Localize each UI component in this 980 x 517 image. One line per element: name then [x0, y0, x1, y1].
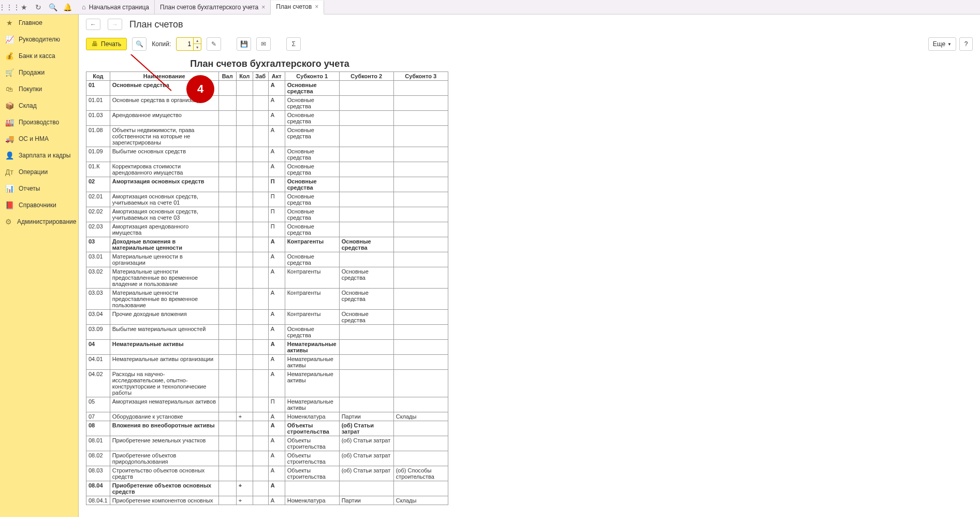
table-row[interactable]: 03.02Материальные ценности предоставленн…	[86, 267, 448, 289]
table-header: Код	[86, 72, 110, 81]
table-cell: Партии	[339, 496, 393, 505]
more-button[interactable]: Еще ▼	[928, 37, 956, 51]
tab[interactable]: План счетов×	[271, 1, 324, 15]
table-cell: 03.09	[86, 325, 110, 340]
table-row[interactable]: 05Амортизация нематериальных активовПНем…	[86, 397, 448, 412]
sidebar-item[interactable]: 🛍Покупки	[0, 81, 78, 97]
copies-input[interactable]	[177, 40, 193, 48]
sidebar-item[interactable]: 💰Банк и касса	[0, 48, 78, 64]
table-cell: А	[268, 436, 285, 451]
edit-button[interactable]: ✎	[207, 37, 221, 51]
table-cell	[393, 111, 448, 126]
topbar-icons: ⋮⋮⋮ ★ ↻ 🔍 🔔	[0, 0, 77, 14]
table-cell: (об) Статьи затрат	[339, 436, 393, 451]
table-cell	[339, 111, 393, 126]
table-cell	[236, 466, 253, 481]
table-row[interactable]: 08.04Приобретение объектов основных сред…	[86, 481, 448, 496]
history-icon[interactable]: ↻	[31, 0, 46, 15]
sidebar-item[interactable]: 👤Зарплата и кадры	[0, 147, 78, 164]
table-row[interactable]: 04.01Нематериальные активы организацииАН…	[86, 355, 448, 370]
table-row[interactable]: 01Основные средстваАОсновные средства	[86, 81, 448, 96]
table-row[interactable]: 02Амортизация основных средствПОсновные …	[86, 177, 448, 192]
table-row[interactable]: 03.03Материальные ценности предоставленн…	[86, 289, 448, 310]
copies-down[interactable]: ▼	[194, 44, 201, 50]
table-row[interactable]: 04.02Расходы на научно-исследовательские…	[86, 370, 448, 397]
header-row: ← → План счетов	[79, 15, 980, 34]
table-cell: Амортизация нематериальных активов	[110, 397, 218, 412]
table-cell	[339, 222, 393, 237]
table-cell: А	[268, 451, 285, 466]
copies-up[interactable]: ▲	[194, 38, 201, 44]
table-cell: 04.01	[86, 355, 110, 370]
search-icon[interactable]: 🔍	[46, 0, 60, 15]
table-row[interactable]: 03Доходные вложения в материальные ценно…	[86, 237, 448, 252]
table-cell: Основные средства в организации	[110, 96, 218, 111]
table-cell	[339, 162, 393, 177]
table-cell: Корректировка стоимости арендованного им…	[110, 162, 218, 177]
tab-label: План счетов	[276, 3, 312, 10]
sidebar-item[interactable]: 📦Склад	[0, 97, 78, 114]
table-cell: +	[236, 481, 253, 496]
sidebar-label: Склад	[19, 102, 37, 109]
preview-button[interactable]: 🔍	[132, 37, 147, 51]
email-button[interactable]: ✉	[256, 37, 271, 51]
table-row[interactable]: 01.08Объекты недвижимости, права собстве…	[86, 126, 448, 147]
sidebar-item[interactable]: 🛒Продажи	[0, 64, 78, 81]
content[interactable]: План счетов бухгалтерского учета КодНаим…	[79, 54, 980, 517]
sidebar-item[interactable]: 🚚ОС и НМА	[0, 131, 78, 147]
star-icon[interactable]: ★	[17, 0, 31, 15]
table-cell	[393, 96, 448, 111]
table-cell	[393, 252, 448, 267]
table-row[interactable]: 03.04Прочие доходные вложенияАКонтрагент…	[86, 310, 448, 325]
table-cell	[393, 147, 448, 162]
table-cell	[393, 370, 448, 397]
table-row[interactable]: 08.04.1Приобретение компонентов основных…	[86, 496, 448, 505]
copies-input-wrap: ▲ ▼	[176, 37, 201, 51]
table-row[interactable]: 07Оборудование к установке+АНоменклатура…	[86, 412, 448, 421]
bell-icon[interactable]: 🔔	[60, 0, 75, 15]
sidebar-label: Производство	[19, 119, 59, 126]
sidebar-item[interactable]: ⚙Администрирование	[0, 213, 78, 230]
table-row[interactable]: 04Нематериальные активыАНематериальные а…	[86, 340, 448, 355]
table-row[interactable]: 01.03Арендованное имуществоАОсновные сре…	[86, 111, 448, 126]
print-button[interactable]: 🖶 Печать	[86, 38, 127, 50]
table-row[interactable]: 01.09Выбытие основных средствАОсновные с…	[86, 147, 448, 162]
table-cell: Основные средства	[285, 111, 339, 126]
sidebar-item[interactable]: ДтОперации	[0, 164, 78, 180]
table-cell	[218, 252, 236, 267]
sidebar-item[interactable]: ★Главное	[0, 15, 78, 31]
sidebar-icon: 💰	[5, 52, 13, 60]
table-cell	[253, 325, 268, 340]
table-row[interactable]: 01.ККорректировка стоимости арендованног…	[86, 162, 448, 177]
table-row[interactable]: 01.01Основные средства в организацииАОсн…	[86, 96, 448, 111]
tabs: ⌂Начальная страницаПлан счетов бухгалтер…	[77, 0, 324, 14]
sum-button[interactable]: Σ	[286, 37, 301, 51]
table-row[interactable]: 03.09Выбытие материальных ценностейАОсно…	[86, 325, 448, 340]
sidebar-item[interactable]: 🏭Производство	[0, 114, 78, 131]
help-button[interactable]: ?	[959, 37, 973, 51]
sidebar-item[interactable]: 📊Отчеты	[0, 180, 78, 197]
table-row[interactable]: 02.01Амортизация основных средств, учиты…	[86, 192, 448, 207]
table-row[interactable]: 03.01Материальные ценности в организации…	[86, 252, 448, 267]
table-cell: 08	[86, 421, 110, 436]
table-row[interactable]: 08.01Приобретение земельных участковАОбъ…	[86, 436, 448, 451]
table-cell: Приобретение компонентов основных	[110, 496, 218, 505]
table-cell: Оборудование к установке	[110, 412, 218, 421]
table-row[interactable]: 08.02Приобретение объектов природопользо…	[86, 451, 448, 466]
sidebar-item[interactable]: 📕Справочники	[0, 197, 78, 213]
back-button[interactable]: ←	[86, 19, 100, 30]
table-row[interactable]: 02.02Амортизация основных средств, учиты…	[86, 207, 448, 222]
table-row[interactable]: 02.03Амортизация арендованного имущества…	[86, 222, 448, 237]
tab[interactable]: План счетов бухгалтерского учета×	[155, 0, 271, 14]
table-row[interactable]: 08.03Строительство объектов основных сре…	[86, 466, 448, 481]
save-button[interactable]: 💾	[237, 37, 251, 51]
sidebar-icon: 📕	[5, 201, 13, 209]
table-cell: 02.01	[86, 192, 110, 207]
apps-icon[interactable]: ⋮⋮⋮	[2, 0, 17, 15]
tab[interactable]: ⌂Начальная страница	[77, 0, 155, 14]
close-icon[interactable]: ×	[261, 4, 265, 11]
sidebar-item[interactable]: 📈Руководителю	[0, 31, 78, 48]
sidebar-label: Администрирование	[17, 218, 76, 225]
table-row[interactable]: 08Вложения во внеоборотные активыАОбъект…	[86, 421, 448, 436]
close-icon[interactable]: ×	[315, 3, 318, 10]
